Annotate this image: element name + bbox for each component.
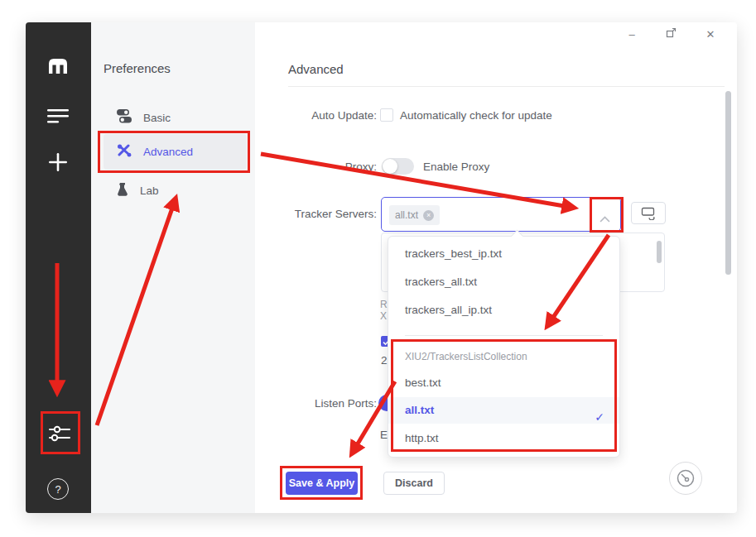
dropdown-item[interactable]: trackers_all.txt — [388, 268, 619, 296]
hint-line2: X — [380, 311, 388, 323]
dropdown-group-label: XIU2/TrackersListCollection — [388, 346, 619, 367]
discard-button[interactable]: Discard — [383, 472, 445, 495]
title-divider — [288, 86, 725, 87]
chevron-up-icon[interactable] — [600, 211, 610, 226]
proxy-toggle[interactable] — [382, 158, 414, 175]
content-scrollbar-thumb[interactable] — [725, 91, 731, 275]
app-window: ? Preferences Basic — [26, 22, 737, 513]
clipped-enable-text: E — [380, 428, 388, 443]
close-button[interactable]: ✕ — [701, 25, 720, 43]
sync-trackers-icon — [641, 207, 657, 220]
preferences-panel: Preferences Basic — [91, 22, 255, 513]
motrix-logo-icon — [45, 54, 71, 77]
speedometer-icon — [675, 467, 696, 489]
dropdown-item-selected[interactable]: all.txt ✓ — [388, 397, 619, 424]
dropdown-item[interactable]: trackers_best_ip.txt — [388, 240, 619, 268]
restore-icon — [666, 27, 677, 41]
sync-trackers-button[interactable] — [631, 202, 666, 224]
hint-line1: R — [380, 300, 388, 311]
basic-icon — [117, 109, 132, 126]
page-title: Advanced — [288, 62, 344, 76]
dropdown-item[interactable]: trackers_all_ip.txt — [388, 296, 619, 324]
minimize-button[interactable]: – — [623, 25, 641, 43]
tracker-servers-label: Tracker Servers: — [228, 207, 377, 222]
minimize-icon: – — [628, 28, 634, 41]
textarea-scrollbar-thumb[interactable] — [657, 241, 662, 263]
clipped-hint-text: R X — [380, 300, 388, 322]
close-icon: ✕ — [706, 28, 715, 41]
selected-tracker-tag: all.txt × — [389, 205, 440, 225]
sidebar-item-label: Advanced — [143, 146, 193, 158]
settings-icon[interactable] — [48, 423, 71, 444]
tracker-servers-select[interactable]: all.txt × — [381, 197, 621, 232]
advanced-tools-icon — [117, 144, 132, 160]
sidebar-item-basic[interactable]: Basic — [104, 105, 247, 130]
sidebar-item-label: Basic — [143, 112, 171, 124]
lab-flask-icon — [117, 182, 128, 199]
dropdown-item[interactable]: best.txt — [388, 369, 619, 397]
auto-update-checkbox-label: Automatically check for update — [400, 108, 552, 123]
proxy-label: Proxy: — [228, 160, 377, 175]
auto-update-label: Auto Update: — [228, 108, 377, 123]
tag-remove-icon[interactable]: × — [423, 210, 434, 221]
speed-limit-button[interactable] — [669, 462, 702, 495]
add-task-icon[interactable] — [47, 151, 69, 173]
app-sidebar: ? — [26, 22, 91, 513]
save-apply-button[interactable]: Save & Apply — [286, 472, 358, 495]
tracker-dropdown: trackers_best_ip.txt trackers_all.txt tr… — [388, 236, 620, 458]
selected-item-label: all.txt — [405, 404, 434, 416]
dropdown-divider — [405, 335, 603, 336]
auto-update-checkbox[interactable] — [380, 108, 393, 122]
sidebar-item-label: Lab — [140, 185, 159, 197]
toggle-knob — [383, 159, 397, 174]
tag-label: all.txt — [395, 209, 418, 221]
dropdown-item[interactable]: http.txt — [388, 424, 619, 453]
screenshot-canvas: ? Preferences Basic — [0, 0, 756, 537]
tag-close-glyph: × — [426, 211, 431, 219]
listen-ports-label: Listen Ports: — [228, 396, 377, 411]
help-icon[interactable]: ? — [47, 478, 69, 500]
proxy-toggle-label: Enable Proxy — [423, 160, 489, 175]
sidebar-item-advanced[interactable]: Advanced — [104, 134, 247, 170]
task-list-icon[interactable] — [46, 106, 70, 126]
restore-button[interactable] — [662, 25, 680, 43]
help-glyph: ? — [55, 483, 60, 496]
clipped-value: 2 — [381, 353, 388, 368]
sidebar-item-lab[interactable]: Lab — [104, 178, 247, 203]
preferences-title: Preferences — [104, 61, 171, 75]
